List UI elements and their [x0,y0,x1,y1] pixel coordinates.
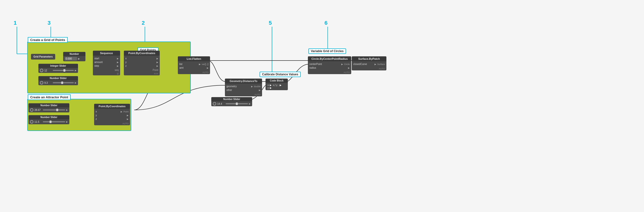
callout-calibrate: Calibrate Distance Values [260,72,301,77]
num-slider-1-value[interactable]: 9.3 [44,82,52,84]
step-3-label: 3 [48,20,50,26]
group-create-grid-title: Create a Grid of Points [28,37,68,43]
num-slider-2-header: Number Slider [211,97,252,101]
num-slider-att2-track[interactable] [43,121,65,122]
cbc-row-radius: radius ▶ [308,66,351,70]
sequence-body: start ▶ amount ▶ step ▶ [93,56,120,69]
lf-row-amt: amt ▶ [178,66,210,70]
num-slider-att1-arrow: ▶ [66,109,68,111]
cb-row-y: y ▶ [268,87,286,89]
seq-row-amount: amount ▶ [93,60,120,64]
num-slider-1-body: 9.3 ▶ [38,80,78,85]
num-slider-att2-icon [30,120,34,123]
geo-dist-auto: AUTO [225,93,262,96]
node-num-slider-2: Number Slider 14.4 ▶ [211,97,252,106]
node-integer-slider: Integer Slider 12 ▶ [38,64,78,73]
node-code-block: Code Block x ▶ x/y; ▶ y ▶ [266,79,288,90]
cb-code: x/y; [273,84,279,87]
point-coords-2-body: x ▶ Point y ▶ z ▶ [94,109,130,122]
seq-row-step: step ▶ [93,64,120,68]
int-slider-value[interactable]: 12 [44,69,52,72]
num-slider-att1-track[interactable] [43,109,65,110]
node-number: Number 0.000 ▶ [63,52,86,61]
lf-row-list: list ▶ var[]..[] [178,62,210,66]
geo-dist-body: geometry ▶ double other ▶ [225,84,262,93]
pbc2-row-y: y ▶ [94,113,130,117]
node-point-by-coords-2: Point.ByCoordinates x ▶ Point y ▶ z ▶ AU… [94,104,130,125]
num-slider-att2-value[interactable]: 11.5 [34,120,42,123]
gd-row-geometry: geometry ▶ double [225,85,262,88]
node-list-flatten: List.Flatten list ▶ var[]..[] amt ▶ AUTO [178,56,210,74]
point-coords-2-header: Point.ByCoordinates [94,104,130,109]
num-slider-att1-body: 28.67 ▶ [28,107,69,112]
code-block-header: Code Block [266,79,288,83]
num-slider-2-track[interactable] [226,103,248,104]
group-create-attractor-title: Create an Attractor Point [28,94,70,100]
node-num-slider-1: Number Slider 9.3 ▶ [38,76,78,85]
num-slider-2-icon [213,102,216,106]
num-slider-1-header: Number Slider [38,76,78,80]
list-flatten-auto: AUTO [178,71,210,74]
int-slider-arrow: ▶ [75,69,76,72]
int-slider-body: 12 ▶ [38,68,78,73]
pbc1-footer: XXX [124,72,160,75]
num-slider-att1-value[interactable]: 28.67 [34,109,42,111]
num-slider-att2-thumb[interactable] [50,120,52,123]
node-geometry-distance: Geometry.DistanceTo geometry ▶ double ot… [225,79,262,96]
node-surface-by-patch: Surface.ByPatch closedCurve ▶ Surface AU… [352,56,386,70]
int-slider-icon [40,69,43,72]
num-slider-2-body: 14.4 ▶ [211,101,252,106]
circle-center-body: centerPoint ▶ Circle radius ▶ [308,61,351,71]
node-sequence: Sequence start ▶ amount ▶ step ▶ seq ||| [93,51,120,75]
list-flatten-body: list ▶ var[]..[] amt ▶ [178,61,210,71]
pbc1-row-y: y ▶ [124,60,160,64]
sequence-output: seq [93,69,120,72]
step-2-label: 2 [142,20,145,26]
step-6-label: 6 [324,20,328,26]
cbc-row-center: centerPoint ▶ Circle [308,62,351,66]
pbc1-output: Point [124,69,160,72]
int-slider-track[interactable] [53,70,74,71]
number-header: Number [63,52,86,56]
num-slider-2-value[interactable]: 14.4 [217,103,225,105]
sequence-header: Sequence [93,51,120,56]
surface-patch-auto: AUTO [352,67,386,70]
geo-dist-header: Geometry.DistanceTo [225,79,262,84]
list-flatten-header: List.Flatten [178,56,210,61]
int-slider-thumb[interactable] [64,69,66,72]
num-slider-1-thumb[interactable] [61,82,63,84]
num-slider-2-thumb[interactable] [236,103,238,105]
code-block-body: x ▶ x/y; ▶ y ▶ [266,83,288,90]
int-slider-header: Integer Slider [38,64,78,68]
number-body: 0.000 ▶ [63,56,86,61]
num-slider-att2-arrow: ▶ [66,120,68,123]
number-value[interactable]: 0.000 [65,57,77,61]
num-slider-1-track[interactable] [53,82,74,83]
num-slider-1-arrow: ▶ [75,82,76,84]
pbc2-auto: AUTO [94,122,130,125]
num-slider-att2-body: 11.5 ▶ [28,119,69,124]
node-point-by-coords-1: Point.ByCoordinates x ▶ y ▶ z ▶ Point XX… [124,51,160,75]
pbc1-row-x: x ▶ [124,57,160,60]
step-5-label: 5 [269,20,272,26]
surface-patch-body: closedCurve ▶ Surface [352,61,386,67]
num-slider-att1-header: Number Slider [28,103,69,107]
seq-row-start: start ▶ [93,57,120,60]
node-circle-by-center: Circle.ByCenterPointRadius centerPoint ▶… [308,56,351,74]
step-1-label: 1 [14,20,16,26]
point-coords-1-header: Point.ByCoordinates [124,51,160,56]
pbc2-row-x: x ▶ Point [94,110,130,113]
callout-variable-grid: Variable Grid of Circles [308,48,346,54]
node-num-slider-attractor-2: Number Slider 11.5 ▶ [28,115,69,124]
num-slider-att2-header: Number Slider [28,115,69,119]
cb-row-x: x ▶ x/y; ▶ [268,84,286,87]
num-slider-1-icon [40,81,43,85]
circle-center-auto: AUTO [308,71,351,74]
num-slider-2-arrow: ▶ [249,103,251,105]
num-slider-att1-icon [30,108,34,112]
num-slider-att1-thumb[interactable] [56,109,58,111]
point-coords-1-body: x ▶ y ▶ z ▶ [124,56,160,69]
pbc1-row-z: z ▶ [124,64,160,68]
circle-center-header: Circle.ByCenterPointRadius [308,56,351,61]
sp-row-closed: closedCurve ▶ Surface [352,62,386,66]
